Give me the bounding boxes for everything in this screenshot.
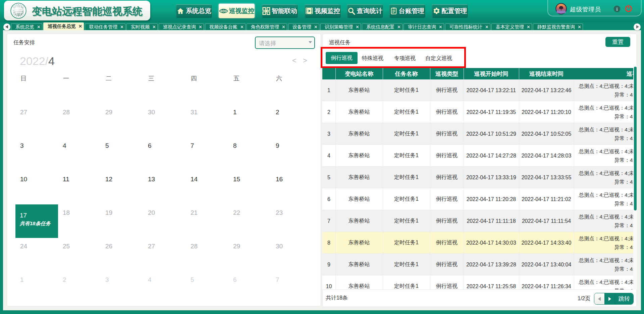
svg-text:i: i <box>616 7 618 12</box>
